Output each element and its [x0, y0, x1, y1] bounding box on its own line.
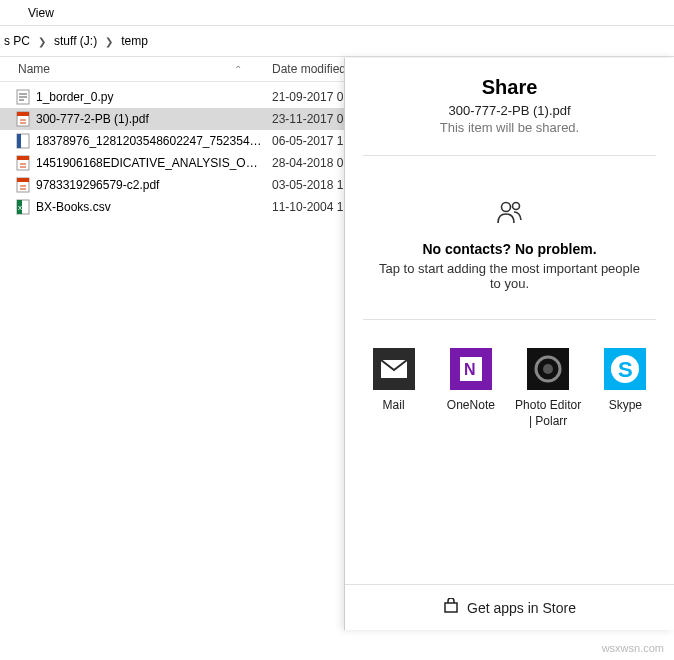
svg-rect-8: [17, 178, 29, 182]
share-app-label: Photo Editor | Polarr: [514, 398, 583, 429]
file-icon: [14, 177, 32, 193]
share-filename: 300-777-2-PB (1).pdf: [373, 103, 646, 118]
file-name: 300-777-2-PB (1).pdf: [36, 112, 262, 126]
file-icon: [14, 133, 32, 149]
share-app-tile[interactable]: Mail: [359, 348, 428, 429]
file-date: 21-09-2017 02: [262, 90, 350, 104]
svg-point-21: [543, 364, 553, 374]
get-apps-label: Get apps in Store: [467, 600, 576, 616]
breadcrumb-seg-drive[interactable]: stuff (J:): [50, 34, 101, 48]
file-name: 9783319296579-c2.pdf: [36, 178, 262, 192]
share-contacts[interactable]: No contacts? No problem. Tap to start ad…: [363, 156, 656, 320]
share-app-tile[interactable]: Photo Editor | Polarr: [514, 348, 583, 429]
toolbar-view[interactable]: View: [20, 2, 62, 24]
share-app-label: OneNote: [447, 398, 495, 414]
file-name: BX-Books.csv: [36, 200, 262, 214]
onenote-icon: N: [450, 348, 492, 390]
share-app-label: Skype: [609, 398, 642, 414]
watermark: wsxwsn.com: [602, 642, 664, 654]
file-name: 1_border_0.py: [36, 90, 262, 104]
chevron-right-icon: ❯: [34, 36, 50, 47]
svg-point-13: [512, 203, 519, 210]
share-title: Share: [373, 76, 646, 99]
file-date: 28-04-2018 00: [262, 156, 350, 170]
share-app-label: Mail: [383, 398, 405, 414]
chevron-right-icon: ❯: [101, 36, 117, 47]
store-icon: [443, 598, 459, 617]
breadcrumb[interactable]: s PC ❯ stuff (J:) ❯ temp: [0, 26, 674, 56]
share-app-tile[interactable]: NOneNote: [436, 348, 505, 429]
file-date: 06-05-2017 11: [262, 134, 350, 148]
contacts-title: No contacts? No problem.: [373, 241, 646, 257]
share-apps: MailNOneNotePhoto Editor | PolarrSSkype: [345, 320, 674, 429]
share-panel: Share 300-777-2-PB (1).pdf This item wil…: [344, 58, 674, 630]
file-date: 11-10-2004 16: [262, 200, 350, 214]
share-subtitle: This item will be shared.: [373, 120, 646, 135]
breadcrumb-seg-pc[interactable]: s PC: [0, 34, 34, 48]
file-icon: [14, 111, 32, 127]
svg-rect-2: [17, 112, 29, 116]
file-date: 03-05-2018 16: [262, 178, 350, 192]
file-name: 18378976_1281203548602247_75235487_o...: [36, 134, 262, 148]
file-icon: x: [14, 199, 32, 215]
contacts-subtitle: Tap to start adding the most important p…: [373, 261, 646, 291]
svg-point-12: [501, 203, 510, 212]
file-date: 23-11-2017 02: [262, 112, 350, 126]
svg-rect-4: [17, 134, 21, 148]
sort-indicator-icon: ⌃: [234, 64, 242, 75]
svg-rect-6: [17, 156, 29, 160]
svg-text:N: N: [464, 361, 476, 378]
svg-text:x: x: [18, 203, 22, 212]
breadcrumb-seg-folder[interactable]: temp: [117, 34, 152, 48]
mail-icon: [373, 348, 415, 390]
file-name: 1451906168EDICATIVE_ANALYSIS_OF_DIA...: [36, 156, 262, 170]
column-name-label: Name: [18, 62, 50, 76]
column-name[interactable]: Name ⌃: [0, 62, 262, 76]
polarr-icon: [527, 348, 569, 390]
share-header: Share 300-777-2-PB (1).pdf This item wil…: [363, 58, 656, 156]
share-app-tile[interactable]: SSkype: [591, 348, 660, 429]
skype-icon: S: [604, 348, 646, 390]
file-icon: [14, 155, 32, 171]
file-icon: [14, 89, 32, 105]
people-icon: [373, 200, 646, 227]
get-apps-button[interactable]: Get apps in Store: [345, 584, 674, 630]
svg-text:S: S: [618, 357, 633, 382]
toolbar: View: [0, 0, 674, 26]
